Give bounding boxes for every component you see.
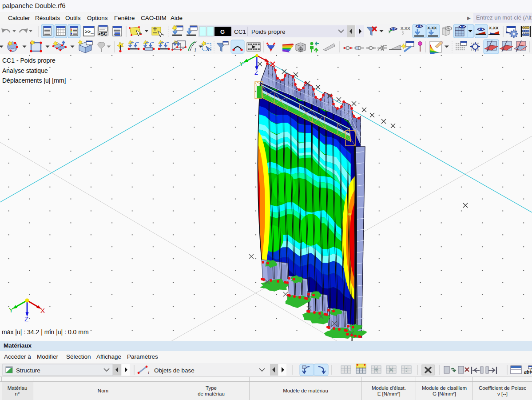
- svg-text:G: G: [220, 28, 225, 35]
- svg-text:Z: Z: [24, 315, 28, 323]
- svg-text:I: I: [194, 48, 196, 52]
- svg-text:X.XX: X.XX: [401, 26, 410, 31]
- svg-text:Structure: Structure: [16, 367, 40, 374]
- svg-text:Y: Y: [239, 60, 243, 67]
- svg-text:X.XX: X.XX: [489, 25, 499, 30]
- svg-text:>>_: >>_: [85, 29, 94, 35]
- svg-text:CC1: CC1: [234, 28, 246, 35]
- svg-text:X: X: [40, 307, 45, 314]
- svg-text:X.XX: X.XX: [427, 25, 437, 30]
- svg-text:>SC: >SC: [98, 31, 107, 36]
- svg-text:Poids propre: Poids propre: [251, 28, 286, 35]
- svg-text:Y: Y: [9, 306, 13, 314]
- svg-text:Objets de base: Objets de base: [154, 367, 195, 374]
- svg-text:fx: fx: [530, 368, 532, 374]
- svg-text:Z: Z: [254, 69, 258, 76]
